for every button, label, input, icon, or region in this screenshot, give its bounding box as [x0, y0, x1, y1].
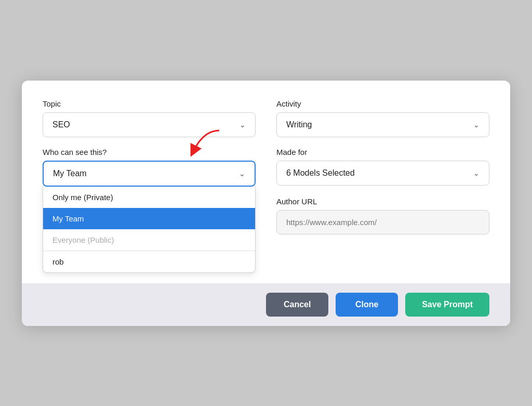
visibility-option-myteam[interactable]: My Team	[43, 208, 255, 229]
topic-chevron-icon: ⌄	[240, 121, 246, 129]
topic-group: Topic SEO ⌄	[43, 99, 256, 137]
made-for-group: Made for 6 Models Selected ⌄	[276, 148, 489, 187]
made-for-select[interactable]: 6 Models Selected ⌄	[276, 161, 489, 186]
activity-select[interactable]: Writing ⌄	[276, 112, 489, 137]
author-url-input[interactable]	[276, 210, 489, 234]
activity-label: Activity	[276, 99, 489, 108]
topic-label: Topic	[43, 99, 256, 108]
visibility-chevron-icon: ⌄	[239, 169, 245, 178]
cancel-button[interactable]: Cancel	[266, 293, 328, 317]
visibility-select[interactable]: My Team ⌄	[43, 161, 256, 187]
save-prompt-button[interactable]: Save Prompt	[405, 293, 489, 317]
modal: Topic SEO ⌄ Activity Writing ⌄ Who can s…	[22, 81, 510, 326]
visibility-dropdown: Only me (Private) My Team Everyone (Publ…	[43, 187, 256, 273]
form-grid: Topic SEO ⌄ Activity Writing ⌄ Who can s…	[43, 99, 489, 249]
activity-value: Writing	[286, 120, 312, 129]
made-for-label: Made for	[276, 148, 489, 156]
visibility-option-private[interactable]: Only me (Private)	[43, 187, 255, 208]
clone-button[interactable]: Clone	[336, 293, 398, 317]
topic-select[interactable]: SEO ⌄	[43, 112, 256, 137]
modal-footer: Cancel Clone Save Prompt	[22, 283, 510, 326]
made-for-value: 6 Models Selected	[286, 168, 355, 178]
author-url-label: Author URL	[276, 197, 489, 206]
visibility-group: Who can see this? My Team ⌄ Only me (Pri…	[43, 148, 256, 187]
visibility-option-public: Everyone (Public)	[43, 229, 255, 251]
made-for-chevron-icon: ⌄	[473, 169, 480, 177]
activity-group: Activity Writing ⌄	[276, 99, 489, 137]
author-url-group: Author URL	[276, 197, 489, 249]
topic-value: SEO	[52, 120, 70, 129]
visibility-value: My Team	[53, 169, 87, 178]
visibility-label: Who can see this?	[43, 148, 256, 156]
activity-chevron-icon: ⌄	[473, 121, 480, 129]
visibility-option-rob[interactable]: rob	[43, 251, 255, 272]
